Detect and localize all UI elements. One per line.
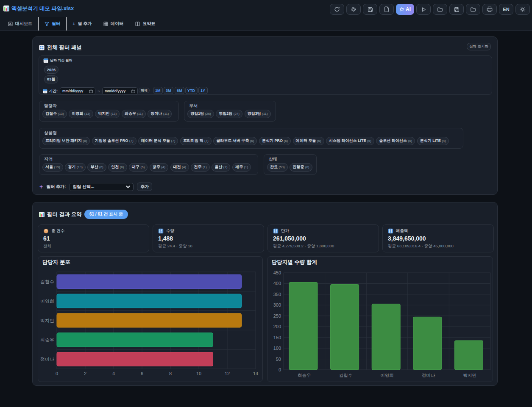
svg-text:250: 250: [273, 313, 281, 318]
svg-text:2: 2: [84, 371, 86, 376]
svg-text:이영희: 이영희: [40, 299, 54, 304]
svg-text:최승우: 최승우: [40, 337, 54, 342]
svg-text:4: 4: [161, 231, 162, 233]
svg-text:정미나: 정미나: [40, 357, 54, 362]
svg-text:박지민: 박지민: [40, 318, 54, 323]
svg-text:4: 4: [391, 231, 392, 233]
svg-text:8: 8: [169, 371, 172, 376]
svg-text:350: 350: [273, 292, 281, 297]
svg-text:6: 6: [141, 371, 143, 376]
svg-text:200: 200: [273, 324, 281, 329]
svg-text:100: 100: [273, 346, 281, 351]
svg-text:박지민: 박지민: [463, 373, 476, 378]
svg-text:12: 12: [225, 371, 230, 376]
svg-text:400: 400: [273, 281, 281, 286]
svg-text:3: 3: [159, 231, 160, 233]
svg-text:김철수: 김철수: [339, 373, 353, 378]
svg-text:300: 300: [273, 302, 281, 307]
svg-text:0: 0: [56, 371, 58, 376]
svg-text:최승우: 최승우: [298, 373, 311, 378]
svg-text:10: 10: [196, 371, 201, 376]
svg-text:0: 0: [279, 367, 281, 372]
svg-text:정미나: 정미나: [422, 373, 435, 378]
svg-text:김철수: 김철수: [40, 279, 54, 284]
svg-text:3: 3: [389, 231, 390, 233]
svg-text:3: 3: [274, 231, 275, 233]
svg-text:이영희: 이영희: [380, 373, 394, 378]
svg-text:150: 150: [273, 335, 281, 340]
svg-text:4: 4: [112, 371, 115, 376]
svg-text:4: 4: [276, 231, 277, 233]
svg-text:14: 14: [253, 371, 258, 376]
svg-text:450: 450: [273, 270, 281, 275]
svg-text:50: 50: [276, 357, 281, 362]
